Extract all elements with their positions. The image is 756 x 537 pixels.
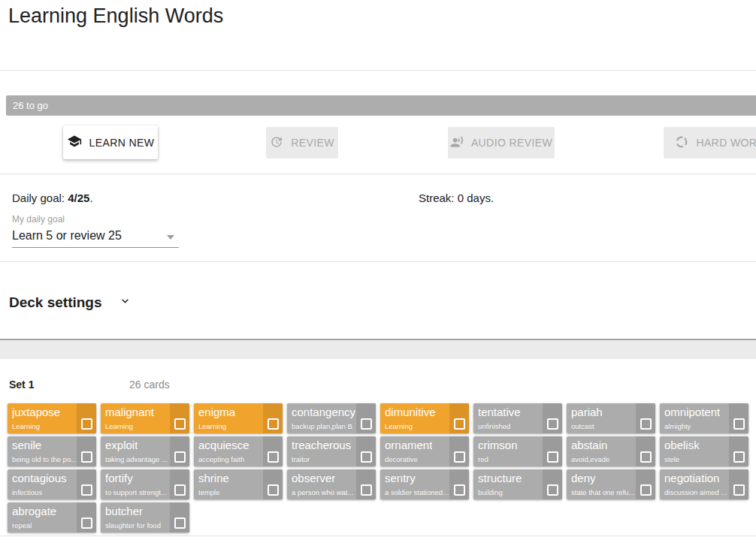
word-card[interactable]: deny state that one refu...: [567, 469, 655, 499]
daily-goal-select-value: Learn 5 or review 25: [12, 229, 122, 243]
word-card[interactable]: negotiation discussion aimed ...: [660, 469, 748, 499]
card-checkbox[interactable]: [81, 418, 92, 430]
divider: [0, 70, 756, 71]
daily-goal-value: 4/25: [68, 192, 89, 204]
card-checkbox[interactable]: [174, 484, 186, 496]
dropdown-arrow-icon: [167, 235, 174, 240]
card-checkbox[interactable]: [454, 484, 465, 496]
card-checkbox[interactable]: [81, 517, 92, 529]
card-checkbox[interactable]: [733, 451, 745, 463]
set-title: Set 1: [9, 379, 34, 391]
card-definition: discussion aimed ...: [664, 488, 727, 496]
card-checkbox[interactable]: [81, 484, 92, 496]
card-checkbox[interactable]: [454, 451, 465, 463]
card-checkbox[interactable]: [361, 484, 372, 496]
hard-words-label: HARD WORDS: [696, 137, 756, 149]
word-card[interactable]: butcher slaughter for food: [101, 502, 189, 532]
card-definition: to support strengt...: [105, 488, 167, 496]
card-definition: temple: [198, 488, 220, 496]
card-definition: Learning: [105, 422, 133, 430]
word-card[interactable]: structure building: [473, 469, 562, 499]
card-checkbox[interactable]: [547, 451, 558, 463]
card-definition: red: [478, 455, 488, 463]
card-word: senile: [12, 439, 41, 451]
word-card[interactable]: observer a person who wat...: [287, 469, 376, 499]
divider: [0, 535, 756, 536]
word-card[interactable]: malignant Learning: [101, 403, 189, 433]
card-checkbox[interactable]: [733, 484, 745, 496]
card-definition: backup plan,plan B: [292, 422, 352, 430]
card-word: exploit: [105, 439, 138, 451]
word-card[interactable]: shrine temple: [194, 469, 283, 499]
word-card[interactable]: contangency backup plan,plan B: [287, 403, 376, 433]
card-definition: infectious: [12, 488, 42, 496]
daily-goal-select[interactable]: Learn 5 or review 25: [12, 228, 179, 248]
card-definition: slaughter for food: [105, 521, 161, 529]
section-band: [0, 339, 756, 359]
chevron-down-icon: [119, 294, 132, 311]
card-checkbox[interactable]: [361, 451, 372, 463]
audio-review-button[interactable]: AUDIO REVIEW: [448, 127, 555, 158]
card-definition: stele: [664, 455, 679, 463]
divider: [0, 261, 756, 262]
card-word: acquiesce: [198, 439, 249, 451]
word-card[interactable]: abrogate repeal: [8, 502, 96, 532]
card-word: abstain: [571, 439, 607, 451]
word-card[interactable]: tentative unfinished: [473, 403, 562, 433]
word-card[interactable]: obelisk stele: [660, 436, 748, 466]
hard-words-button[interactable]: HARD WORDS: [664, 127, 756, 158]
word-card[interactable]: pariah outcast: [567, 403, 655, 433]
card-definition: repeal: [12, 521, 32, 529]
word-card[interactable]: treacherous traitor: [287, 436, 376, 466]
card-checkbox[interactable]: [174, 451, 186, 463]
word-card[interactable]: sentry a soldier stationed...: [380, 469, 469, 499]
word-card[interactable]: omnipotent almighty: [660, 403, 748, 433]
divider: [0, 173, 756, 174]
review-label: REVIEW: [291, 137, 334, 149]
word-card[interactable]: contagious infectious: [8, 469, 96, 499]
card-checkbox[interactable]: [81, 451, 92, 463]
card-definition: being old to the po...: [12, 455, 77, 463]
word-card[interactable]: senile being old to the po...: [8, 436, 96, 466]
card-word: obelisk: [664, 439, 700, 451]
streak-text: Streak: 0 days.: [419, 192, 494, 204]
review-button[interactable]: REVIEW: [266, 127, 338, 158]
card-checkbox[interactable]: [174, 418, 186, 430]
set-card-count: 26 cards: [129, 379, 170, 391]
daily-goal-select-label: My daily goal: [12, 214, 65, 225]
card-checkbox[interactable]: [174, 517, 186, 529]
card-checkbox[interactable]: [640, 451, 652, 463]
word-card[interactable]: ornament decorative: [380, 436, 469, 466]
card-word: observer: [292, 472, 335, 484]
card-definition: unfinished: [478, 422, 510, 430]
card-definition: traitor: [292, 455, 310, 463]
card-word: crimson: [478, 439, 518, 451]
word-card[interactable]: juxtapose Learning: [8, 403, 96, 433]
card-checkbox[interactable]: [454, 418, 465, 430]
card-word: deny: [571, 472, 596, 484]
card-checkbox[interactable]: [268, 451, 279, 463]
learn-new-button[interactable]: LEARN NEW: [63, 125, 158, 159]
card-checkbox[interactable]: [547, 418, 558, 430]
word-card[interactable]: enigma Learning: [194, 403, 283, 433]
card-checkbox[interactable]: [361, 418, 372, 430]
card-checkbox[interactable]: [640, 418, 652, 430]
card-checkbox[interactable]: [640, 484, 652, 496]
card-definition: state that one refu...: [571, 488, 635, 496]
card-checkbox[interactable]: [268, 484, 279, 496]
deck-settings-toggle[interactable]: Deck settings: [9, 294, 132, 311]
card-word: enigma: [198, 406, 235, 418]
card-word: juxtapose: [12, 406, 60, 418]
word-card[interactable]: exploit taking advantage ...: [101, 436, 189, 466]
word-card[interactable]: dimunitive Learning: [380, 403, 469, 433]
card-checkbox[interactable]: [268, 418, 279, 430]
card-checkbox[interactable]: [547, 484, 558, 496]
voice-over-icon: [450, 135, 464, 151]
word-card[interactable]: fortify to support strengt...: [101, 469, 189, 499]
card-definition: avoid,evade: [571, 455, 609, 463]
card-definition: taking advantage ...: [105, 455, 168, 463]
word-card[interactable]: acquiesce accepting faith: [194, 436, 283, 466]
card-checkbox[interactable]: [733, 418, 745, 430]
word-card[interactable]: crimson red: [473, 436, 562, 466]
word-card[interactable]: abstain avoid,evade: [567, 436, 655, 466]
